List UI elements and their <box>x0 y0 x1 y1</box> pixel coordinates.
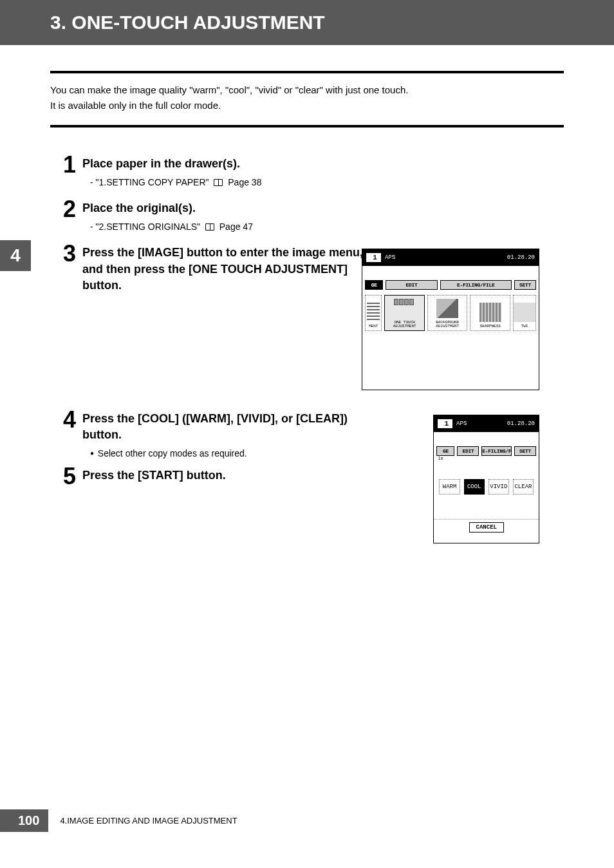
background-adjustment-button[interactable]: BACKGROUND ADJUSTMENT <box>427 295 468 331</box>
lcd-tabs: GE EDIT E-FILING/FILE SETT <box>434 444 539 456</box>
chapter-side-tab: 4 <box>0 240 31 271</box>
step-title: Place paper in the drawer(s). <box>82 156 564 172</box>
sharpness-button[interactable]: SHARPNESS <box>470 295 510 331</box>
lcd-screenshot-image-menu: 1 APS 01.28.20 GE EDIT E-FILING/FILE SET… <box>362 249 539 390</box>
timestamp: 01.28.20 <box>507 420 535 427</box>
tab-edit[interactable]: EDIT <box>386 280 437 290</box>
lines-icon <box>367 303 380 322</box>
timestamp: 01.28.20 <box>507 254 535 261</box>
tab-settings-cut[interactable]: SETT <box>514 280 536 290</box>
step-number: 5 <box>50 465 76 489</box>
step-number: 4 <box>50 408 76 458</box>
twin-icon <box>514 303 535 322</box>
tab-efiling[interactable]: E-FILING/FILE <box>481 446 512 456</box>
cancel-row: CANCEL <box>434 519 539 533</box>
tab-image-cut[interactable]: GE <box>365 280 383 290</box>
step-2: 2 Place the original(s). "2.SETTING ORIG… <box>50 198 564 236</box>
lcd-topbar: 1 APS 01.28.20 <box>434 415 539 432</box>
intro-line-1: You can make the image quality "warm", "… <box>50 82 564 98</box>
step-reference: "1.SETTING COPY PAPER" Page 38 <box>90 177 564 187</box>
step-number: 2 <box>50 198 76 236</box>
step-1: 1 Place paper in the drawer(s). "1.SETTI… <box>50 153 564 191</box>
page-number: 100 <box>0 809 48 832</box>
step-title: Press the [COOL] ([WARM], [VIVID], or [C… <box>82 411 366 443</box>
cancel-button[interactable]: CANCEL <box>469 522 504 533</box>
one-touch-adjustment-button[interactable]: ONE TOUCH ADJUSTMENT <box>384 295 425 331</box>
aps-label: APS <box>385 254 395 261</box>
sharpness-icon <box>479 303 501 322</box>
lcd-icon-row: MENT ONE TOUCH ADJUSTMENT BACKGROUND ADJ… <box>362 290 539 336</box>
book-icon <box>214 179 223 186</box>
step-title: Press the [IMAGE] button to enter the im… <box>82 245 366 294</box>
step-number: 3 <box>50 242 76 299</box>
warm-button[interactable]: WARM <box>439 479 460 495</box>
tab-image-cut[interactable]: GE <box>436 446 454 456</box>
sub-label: le <box>434 456 539 461</box>
mode-buttons-row: WARM COOL VIVID CLEAR <box>434 461 539 500</box>
chapter-title: 3. ONE-TOUCH ADJUSTMENT <box>50 12 325 33</box>
copy-count: 1 <box>438 419 452 428</box>
book-icon <box>205 223 214 231</box>
chapter-header: 3. ONE-TOUCH ADJUSTMENT <box>0 0 614 45</box>
squares-icon <box>394 299 416 318</box>
step-title: Place the original(s). <box>82 200 564 216</box>
page-footer: 100 4.IMAGE EDITING AND IMAGE ADJUSTMENT <box>0 809 237 832</box>
clear-button[interactable]: CLEAR <box>513 479 534 495</box>
aps-label: APS <box>456 420 467 427</box>
step-reference: "2.SETTING ORIGINALS" Page 47 <box>90 222 564 232</box>
tab-settings-cut[interactable]: SETT <box>514 446 536 456</box>
step-bullet: Select other copy modes as required. <box>90 448 366 458</box>
tab-efiling[interactable]: E-FILING/FILE <box>440 280 512 290</box>
background-icon <box>436 299 458 318</box>
lcd-topbar: 1 APS 01.28.20 <box>362 249 539 266</box>
tab-edit[interactable]: EDIT <box>457 446 479 456</box>
intro-line-2: It is available only in the full color m… <box>50 98 564 113</box>
footer-chapter: 4.IMAGE EDITING AND IMAGE ADJUSTMENT <box>60 816 237 826</box>
lcd-screenshot-mode-select: 1 APS 01.28.20 GE EDIT E-FILING/FILE SET… <box>433 415 539 543</box>
lcd-tabs: GE EDIT E-FILING/FILE SETT <box>362 278 539 290</box>
icon-btn-cut-left[interactable]: MENT <box>365 295 382 331</box>
cool-button[interactable]: COOL <box>464 479 485 495</box>
copy-count: 1 <box>366 253 381 262</box>
step-number: 1 <box>50 153 76 191</box>
vivid-button[interactable]: VIVID <box>488 479 509 495</box>
intro-block: You can make the image quality "warm", "… <box>50 71 564 127</box>
icon-btn-cut-right[interactable]: TWI <box>513 295 536 331</box>
